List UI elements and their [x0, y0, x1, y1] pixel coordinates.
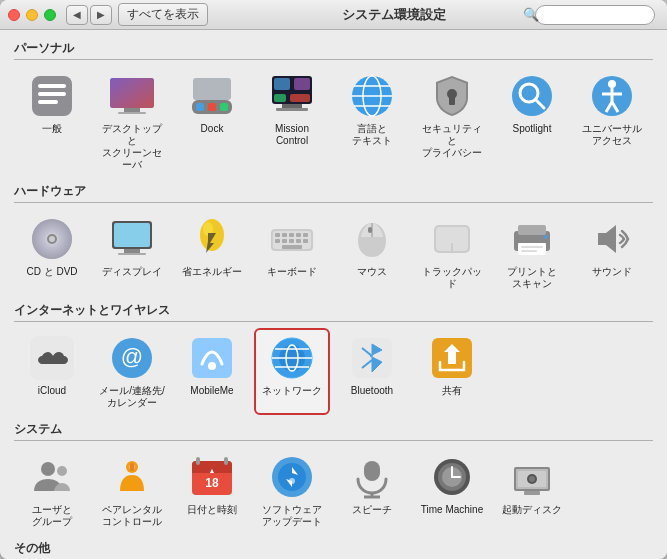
- network-icon: [268, 334, 316, 382]
- icon-universal-access[interactable]: ユニバーサルアクセス: [574, 66, 650, 177]
- svg-rect-97: [196, 457, 200, 465]
- svg-rect-19: [282, 104, 302, 108]
- svg-rect-43: [124, 249, 140, 253]
- icon-software-update[interactable]: ソフトウェアアップデート: [254, 447, 330, 534]
- icon-bluetooth[interactable]: Bluetooth: [334, 328, 410, 415]
- svg-rect-66: [518, 225, 546, 235]
- svg-point-70: [544, 235, 548, 239]
- language-label: 言語とテキスト: [352, 123, 392, 147]
- users-label: ユーザとグループ: [32, 504, 72, 528]
- mission-control-icon: [268, 72, 316, 120]
- section-personal: パーソナル 一般: [14, 40, 653, 177]
- svg-rect-56: [289, 239, 294, 243]
- universal-access-icon: [588, 72, 636, 120]
- svg-point-89: [41, 462, 55, 476]
- displays-icon: [108, 215, 156, 263]
- time-machine-icon: [428, 453, 476, 501]
- svg-rect-44: [118, 253, 146, 255]
- svg-rect-27: [449, 97, 455, 105]
- icon-parental[interactable]: ペアレンタルコントロール: [94, 447, 170, 534]
- icon-energy[interactable]: 省エネルギー: [174, 209, 250, 296]
- svg-rect-18: [290, 94, 310, 102]
- icon-cddvd[interactable]: CD と DVD: [14, 209, 90, 296]
- icon-trackpad[interactable]: トラックパッド: [414, 209, 490, 296]
- svg-text:@: @: [121, 344, 143, 369]
- svg-rect-3: [38, 100, 58, 104]
- svg-rect-52: [296, 233, 301, 237]
- maximize-button[interactable]: [44, 9, 56, 21]
- parental-label: ペアレンタルコントロール: [102, 504, 162, 528]
- keyboard-icon: [268, 215, 316, 263]
- close-button[interactable]: [8, 9, 20, 21]
- svg-rect-61: [368, 227, 372, 233]
- internet-icons-row: iCloud @ メール/連絡先/カレンダー: [14, 328, 653, 415]
- icon-network[interactable]: ネットワーク: [254, 328, 330, 415]
- svg-rect-49: [275, 233, 280, 237]
- security-icon: [428, 72, 476, 120]
- icon-desktop[interactable]: デスクトップとスクリーンセーバ: [94, 66, 170, 177]
- icon-keyboard[interactable]: キーボード: [254, 209, 330, 296]
- spotlight-label: Spotlight: [513, 123, 552, 135]
- dock-icon: [188, 72, 236, 120]
- minimize-button[interactable]: [26, 9, 38, 21]
- bluetooth-label: Bluetooth: [351, 385, 393, 397]
- icon-print[interactable]: プリントとスキャン: [494, 209, 570, 296]
- trackpad-icon: [428, 215, 476, 263]
- svg-rect-2: [38, 92, 66, 96]
- svg-rect-1: [38, 84, 66, 88]
- language-icon: [348, 72, 396, 120]
- icon-mouse[interactable]: マウス: [334, 209, 410, 296]
- icon-mail[interactable]: @ メール/連絡先/カレンダー: [94, 328, 170, 415]
- icon-speech[interactable]: スピーチ: [334, 447, 410, 534]
- security-label: セキュリティとプライバシー: [418, 123, 486, 159]
- icon-icloud[interactable]: iCloud: [14, 328, 90, 415]
- icloud-icon: [28, 334, 76, 382]
- section-internet: インターネットとワイヤレス iCloud @: [14, 302, 653, 415]
- trackpad-label: トラックパッド: [418, 266, 486, 290]
- icon-startup[interactable]: 起動ディスク: [494, 447, 570, 534]
- svg-rect-6: [124, 108, 140, 112]
- icon-language[interactable]: 言語とテキスト: [334, 66, 410, 177]
- energy-label: 省エネルギー: [182, 266, 242, 278]
- desktop-icon: [108, 72, 156, 120]
- svg-rect-59: [282, 245, 302, 249]
- icon-displays[interactable]: ディスプレイ: [94, 209, 170, 296]
- icon-spotlight[interactable]: Spotlight: [494, 66, 570, 177]
- dock-label: Dock: [201, 123, 224, 135]
- svg-rect-53: [303, 233, 308, 237]
- search-input[interactable]: [535, 5, 655, 25]
- general-label: 一般: [42, 123, 62, 135]
- print-label: プリントとスキャン: [507, 266, 557, 290]
- forward-button[interactable]: ▶: [90, 5, 112, 25]
- print-icon: [508, 215, 556, 263]
- cddvd-label: CD と DVD: [26, 266, 77, 278]
- svg-rect-50: [282, 233, 287, 237]
- section-title-system: システム: [14, 421, 653, 441]
- software-update-icon: [268, 453, 316, 501]
- icon-dock[interactable]: Dock: [174, 66, 250, 177]
- icon-time-machine[interactable]: Time Machine: [414, 447, 490, 534]
- icon-users[interactable]: ユーザとグループ: [14, 447, 90, 534]
- icon-sharing[interactable]: 共有: [414, 328, 490, 415]
- icon-general[interactable]: 一般: [14, 66, 90, 177]
- section-system: システム ユーザとグループ: [14, 421, 653, 534]
- icon-sound[interactable]: サウンド: [574, 209, 650, 296]
- mouse-icon: [348, 215, 396, 263]
- svg-rect-58: [303, 239, 308, 243]
- icon-mission-control[interactable]: MissionControl: [254, 66, 330, 177]
- section-title-hardware: ハードウェア: [14, 183, 653, 203]
- svg-rect-54: [275, 239, 280, 243]
- software-update-label: ソフトウェアアップデート: [262, 504, 322, 528]
- mobileme-label: MobileMe: [190, 385, 233, 397]
- svg-rect-16: [294, 78, 310, 90]
- startup-icon: [508, 453, 556, 501]
- content-area: パーソナル 一般: [0, 30, 667, 559]
- parental-icon: [108, 453, 156, 501]
- icon-security[interactable]: セキュリティとプライバシー: [414, 66, 490, 177]
- icon-mobileme[interactable]: MobileMe: [174, 328, 250, 415]
- back-button[interactable]: ◀: [66, 5, 88, 25]
- keyboard-label: キーボード: [267, 266, 317, 278]
- icon-datetime[interactable]: 18 ▲ 日付と時刻: [174, 447, 250, 534]
- svg-rect-55: [282, 239, 287, 243]
- show-all-button[interactable]: すべてを表示: [118, 3, 208, 26]
